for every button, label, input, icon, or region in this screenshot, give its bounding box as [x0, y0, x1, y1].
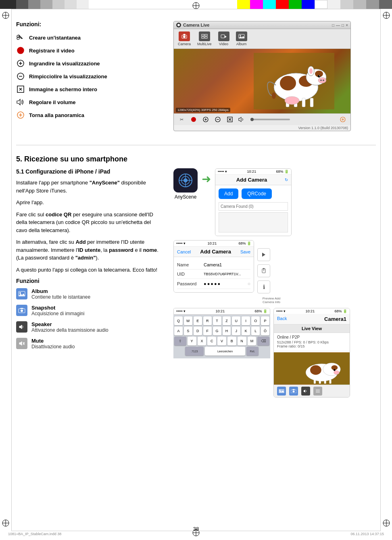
color-block — [52, 0, 65, 9]
iphone-content1: Add QRCode Camera Found (0) — [215, 185, 291, 236]
arrow-right-icon: ➜ — [202, 172, 211, 186]
cam-tool-camera[interactable]: Camera — [178, 31, 191, 46]
key-m[interactable]: M — [248, 337, 256, 345]
lv-speaker-icon[interactable] — [301, 387, 310, 396]
cam-tool-album[interactable]: Album — [236, 31, 247, 46]
back-button[interactable]: Back — [277, 316, 287, 322]
signal-icon: ••••• ▾ — [218, 170, 227, 174]
svg-point-55 — [272, 92, 276, 99]
cam-zoomout-ctrl[interactable] — [214, 116, 221, 123]
kbd-row-4: .?123 Leerzeichen Ret. — [174, 347, 269, 356]
cam-maximize-btn[interactable]: □ — [342, 23, 344, 27]
key-e[interactable]: E — [194, 316, 202, 325]
svg-point-98 — [334, 370, 339, 375]
key-w[interactable]: W — [184, 316, 192, 325]
lv-statusbar: ••••• ▾ 10:21 68% 🔋 — [274, 308, 350, 314]
key-o-umlaut[interactable]: Ö — [261, 327, 269, 335]
cam-minimize-btn[interactable]: — — [336, 23, 340, 27]
key-r[interactable]: R — [203, 316, 212, 325]
name-label: Name — [177, 262, 201, 267]
eye-icon[interactable]: ○ — [248, 281, 250, 287]
funzioni-title: Funzioni: — [16, 21, 161, 27]
key-t[interactable]: T — [213, 316, 221, 325]
key-v[interactable]: V — [217, 337, 226, 345]
feature-item-fullscreen: Immagine a schermo intero — [16, 85, 161, 94]
key-j[interactable]: J — [232, 327, 240, 335]
key-g[interactable]: G — [213, 327, 221, 335]
snapshot-text: Snapshot Acquisizione di immagini — [31, 305, 84, 316]
key-a[interactable]: A — [174, 327, 183, 335]
uid-value[interactable]: TBS5VD7U6FPRT1V... — [204, 272, 250, 276]
key-space[interactable]: Leerzeichen — [205, 347, 245, 356]
funzioni-item-mute: Mute Disattivazione audio — [16, 338, 161, 350]
svg-point-49 — [320, 80, 322, 81]
bottom-border-line — [11, 531, 381, 531]
key-i[interactable]: I — [242, 316, 250, 325]
key-q[interactable]: Q — [174, 316, 183, 325]
pwd-value[interactable]: ●●●●● — [204, 281, 245, 286]
cam-volume-slider[interactable] — [250, 119, 290, 120]
qrcode-button[interactable]: QRCode — [242, 188, 272, 199]
key-p[interactable]: P — [261, 316, 269, 325]
cam-tool-video[interactable]: Video — [218, 31, 229, 46]
svg-marker-75 — [20, 308, 23, 309]
key-z[interactable]: Z — [223, 316, 231, 325]
kbd-row-1: Q W E R T Z U I O P — [174, 316, 269, 325]
cam-restore-btn[interactable]: □ — [332, 23, 334, 27]
key-k[interactable]: K — [242, 327, 250, 335]
key-shift[interactable]: ⇧ — [174, 337, 186, 345]
keyboard-mock[interactable]: Q W E R T Z U I O P — [173, 315, 270, 358]
key-o[interactable]: O — [251, 316, 260, 325]
key-c[interactable]: C — [207, 337, 216, 345]
key-b[interactable]: B — [227, 337, 236, 345]
refresh-icon[interactable]: ↻ — [285, 178, 288, 182]
lv-more-icon[interactable] — [313, 387, 322, 396]
key-s[interactable]: S — [184, 327, 192, 335]
lv-album-icon[interactable] — [277, 387, 286, 396]
cam-zoomin-ctrl[interactable] — [202, 116, 209, 123]
cam-fullscreen-ctrl[interactable] — [226, 116, 234, 123]
svg-point-73 — [21, 310, 23, 312]
cam-home-ctrl[interactable] — [339, 116, 346, 123]
iphone-statusbar1: ••••• ▾ 10:21 68% 🔋 — [215, 169, 291, 175]
info-icon[interactable]: ℹ — [257, 280, 270, 293]
cancel-button[interactable]: Cancel — [177, 249, 191, 254]
iphone-screens: AnyScene ➜ ••••• ▾ 10:21 68% 🔋 Ad — [173, 168, 376, 398]
key-n[interactable]: N — [238, 337, 246, 345]
reg-mark-bottomcenter — [192, 529, 200, 538]
svg-rect-29 — [202, 34, 204, 36]
cam-tool-multilive[interactable]: MultiLive — [197, 31, 212, 46]
key-numeric[interactable]: .?123 — [185, 347, 204, 356]
cam-win-controls: □ — □ × — [332, 23, 348, 27]
key-h[interactable]: H — [223, 327, 231, 335]
key-d[interactable]: D — [194, 327, 202, 335]
cam-close-btn[interactable]: × — [346, 23, 348, 27]
color-block — [0, 0, 16, 9]
lv-video-preview — [274, 352, 350, 385]
key-u[interactable]: U — [232, 316, 240, 325]
add-button[interactable]: Add — [219, 188, 238, 199]
key-f[interactable]: F — [203, 327, 212, 335]
funzioni-item-album: Album Contiene tutte le istantanee — [16, 288, 161, 300]
save-button[interactable]: Save — [240, 249, 250, 254]
reg-mark-bottomright — [382, 519, 390, 529]
signal-icon2: ••••• ▾ — [176, 241, 186, 245]
cam-scissors-ctrl[interactable]: ✂ — [178, 116, 185, 123]
key-l[interactable]: L — [251, 327, 260, 335]
cam-record-ctrl[interactable] — [190, 116, 197, 123]
cam-volume-ctrl[interactable] — [238, 116, 246, 123]
lv-snapshot-icon[interactable] — [289, 387, 298, 396]
key-backspace[interactable]: ⌫ — [257, 337, 269, 345]
add-camera-screen2: ••••• ▾ 10:21 68% 🔋 Cancel Add Camera Sa… — [173, 240, 254, 293]
play-icon[interactable] — [257, 248, 270, 261]
zoom-in-icon — [16, 59, 25, 68]
key-y[interactable]: Y — [188, 337, 196, 345]
footer-right: 06.11.2013 14:37:15 — [350, 532, 384, 536]
name-value[interactable]: Camera1 — [204, 262, 250, 267]
color-block — [250, 0, 263, 9]
cam-video-area: 1280x720(40%) 30FPS 250 284kps — [174, 49, 350, 113]
share-icon[interactable] — [257, 264, 270, 277]
resolution-label: 512x288 / FPS: 0 / BPS: 0 Kbps — [277, 340, 346, 344]
key-x[interactable]: X — [198, 337, 206, 345]
key-return[interactable]: Ret. — [246, 347, 259, 356]
